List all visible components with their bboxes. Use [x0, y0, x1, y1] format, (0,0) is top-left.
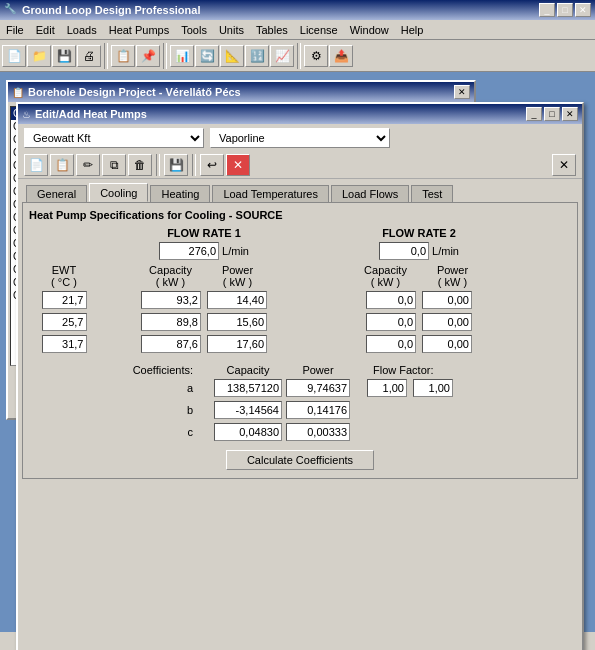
outer-window-close-button[interactable]: ✕ — [454, 85, 470, 99]
pow2-input-0[interactable] — [422, 291, 472, 309]
toolbar-chart-button[interactable]: 📈 — [270, 45, 294, 67]
minimize-button[interactable]: _ — [539, 3, 555, 17]
inner-maximize-button[interactable]: □ — [544, 107, 560, 121]
cap1-input-0[interactable] — [141, 291, 201, 309]
cap2-input-2[interactable] — [366, 335, 416, 353]
coeff-name-c: c — [39, 426, 199, 438]
toolbar-calc-button[interactable]: 🔢 — [245, 45, 269, 67]
close-button[interactable]: ✕ — [575, 3, 591, 17]
coeff-cap-b[interactable] — [214, 401, 282, 419]
copy-record-button[interactable]: 📋 — [50, 154, 74, 176]
coeff-row: b — [29, 400, 571, 420]
table-row — [29, 312, 571, 332]
tab-load-temperatures[interactable]: Load Temperatures — [212, 185, 329, 202]
inner-window-controls: _ □ ✕ — [526, 107, 578, 121]
toolbar-copy-button[interactable]: 📋 — [111, 45, 135, 67]
toolbar-units-button[interactable]: 📐 — [220, 45, 244, 67]
edit-record-button[interactable]: ✏ — [76, 154, 100, 176]
toolbar-print-button[interactable]: 🖨 — [77, 45, 101, 67]
tab-test[interactable]: Test — [411, 185, 453, 202]
menu-edit[interactable]: Edit — [30, 23, 61, 37]
menu-heat-pumps[interactable]: Heat Pumps — [103, 23, 176, 37]
coeff-cap-label: Capacity — [227, 364, 270, 376]
tab-general[interactable]: General — [26, 185, 87, 202]
menu-license[interactable]: License — [294, 23, 344, 37]
ewt-input-2[interactable] — [42, 335, 87, 353]
flow-rate-1-label: FLOW RATE 1 — [167, 227, 241, 239]
toolbar-export-button[interactable]: 📤 — [329, 45, 353, 67]
menu-bar: File Edit Loads Heat Pumps Tools Units T… — [0, 20, 595, 40]
window-close-button[interactable]: ✕ — [552, 154, 576, 176]
inner-window-title-bar[interactable]: ♨ Edit/Add Heat Pumps _ □ ✕ — [18, 104, 582, 124]
toolbar-sep-2 — [163, 43, 167, 69]
maximize-button[interactable]: □ — [557, 3, 573, 17]
model-dropdown[interactable]: Vaporline — [210, 128, 390, 148]
icon-sep-2 — [192, 154, 196, 176]
coefficients-label: Coefficients: — [133, 364, 193, 376]
flow-rate-2-input[interactable] — [379, 242, 429, 260]
menu-window[interactable]: Window — [344, 23, 395, 37]
inner-window-icon: ♨ — [22, 109, 31, 120]
pow2-input-2[interactable] — [422, 335, 472, 353]
pow1-input-1[interactable] — [207, 313, 267, 331]
coeff-pow-label: Power — [302, 364, 333, 376]
new-record-button[interactable]: 📄 — [24, 154, 48, 176]
coeff-pow-b[interactable] — [286, 401, 350, 419]
col-ewt-sub: ( °C ) — [39, 276, 89, 288]
toolbar-save-button[interactable]: 💾 — [52, 45, 76, 67]
close-record-button[interactable]: ✕ — [226, 154, 250, 176]
ewt-input-0[interactable] — [42, 291, 87, 309]
flow-factor-1-input[interactable] — [367, 379, 407, 397]
tab-load-flows[interactable]: Load Flows — [331, 185, 409, 202]
outer-window-icon: 📋 — [12, 87, 24, 98]
flow-factor-label: Flow Factor: — [373, 364, 434, 376]
cap2-input-1[interactable] — [366, 313, 416, 331]
inner-minimize-button[interactable]: _ — [526, 107, 542, 121]
flow-rate-1-input[interactable] — [159, 242, 219, 260]
menu-loads[interactable]: Loads — [61, 23, 103, 37]
coeff-name-a: a — [39, 382, 199, 394]
outer-window-title-bar[interactable]: 📋 Borehole Design Project - Vérellátő Pé… — [8, 82, 474, 102]
cap2-input-0[interactable] — [366, 291, 416, 309]
data-rows — [29, 290, 571, 354]
table-row — [29, 334, 571, 354]
coeff-cap-a[interactable] — [214, 379, 282, 397]
delete-button[interactable]: 🗑 — [128, 154, 152, 176]
tab-heating[interactable]: Heating — [150, 185, 210, 202]
col-cap1-sub: ( kW ) — [138, 276, 203, 288]
coeff-cap-c[interactable] — [214, 423, 282, 441]
toolbar-heatpump-button[interactable]: 🔄 — [195, 45, 219, 67]
toolbar-loads-button[interactable]: 📊 — [170, 45, 194, 67]
flow-rate-1-unit: L/min — [222, 245, 249, 257]
table-row — [29, 290, 571, 310]
toolbar-open-button[interactable]: 📁 — [27, 45, 51, 67]
menu-tools[interactable]: Tools — [175, 23, 213, 37]
ewt-input-1[interactable] — [42, 313, 87, 331]
coeff-row: c — [29, 422, 571, 442]
inner-close-button[interactable]: ✕ — [562, 107, 578, 121]
calculate-coefficients-button[interactable]: Calculate Coefficients — [226, 450, 374, 470]
manufacturer-dropdown[interactable]: Geowatt Kft — [24, 128, 204, 148]
menu-help[interactable]: Help — [395, 23, 430, 37]
undo-button[interactable]: ↩ — [200, 154, 224, 176]
cap1-input-1[interactable] — [141, 313, 201, 331]
col-ewt-label: EWT — [39, 264, 89, 276]
flow-factor-2-input[interactable] — [413, 379, 453, 397]
pow1-input-0[interactable] — [207, 291, 267, 309]
coeff-pow-a[interactable] — [286, 379, 350, 397]
pow1-input-2[interactable] — [207, 335, 267, 353]
menu-file[interactable]: File — [0, 23, 30, 37]
duplicate-button[interactable]: ⧉ — [102, 154, 126, 176]
menu-units[interactable]: Units — [213, 23, 250, 37]
toolbar-paste-button[interactable]: 📌 — [136, 45, 160, 67]
tab-cooling[interactable]: Cooling — [89, 183, 148, 202]
menu-tables[interactable]: Tables — [250, 23, 294, 37]
toolbar-new-button[interactable]: 📄 — [2, 45, 26, 67]
coeff-pow-c[interactable] — [286, 423, 350, 441]
app-title: Ground Loop Design Professional — [22, 4, 539, 16]
cap1-input-2[interactable] — [141, 335, 201, 353]
save-record-button[interactable]: 💾 — [164, 154, 188, 176]
content-area: Heat Pump Specifications for Cooling - S… — [22, 202, 578, 479]
toolbar-settings-button[interactable]: ⚙ — [304, 45, 328, 67]
pow2-input-1[interactable] — [422, 313, 472, 331]
